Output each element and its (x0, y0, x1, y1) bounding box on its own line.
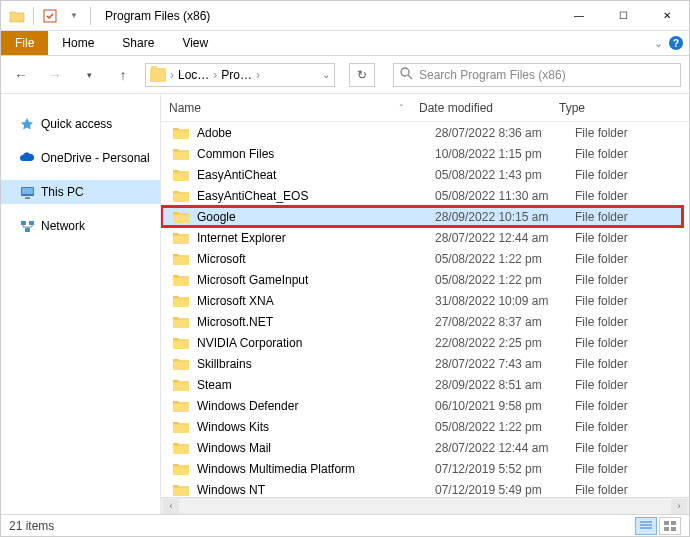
cell-type: File folder (575, 336, 689, 350)
view-switcher (635, 517, 681, 535)
cell-type: File folder (575, 441, 689, 455)
cell-name: NVIDIA Corporation (197, 336, 435, 350)
sort-caret-icon: ⌃ (398, 103, 405, 112)
column-header-date[interactable]: Date modified (419, 101, 559, 115)
table-row[interactable]: Windows Mail28/07/2022 12:44 amFile fold… (161, 437, 689, 458)
folder-icon (173, 462, 189, 476)
up-button[interactable]: ↑ (111, 63, 135, 87)
table-row[interactable]: Microsoft XNA31/08/2022 10:09 amFile fol… (161, 290, 689, 311)
table-row[interactable]: Steam28/09/2022 8:51 amFile folder (161, 374, 689, 395)
cell-date: 06/10/2021 9:58 pm (435, 399, 575, 413)
search-input[interactable] (419, 68, 674, 82)
table-row[interactable]: EasyAntiCheat05/08/2022 1:43 pmFile fold… (161, 164, 689, 185)
table-row[interactable]: Windows NT07/12/2019 5:49 pmFile folder (161, 479, 689, 497)
ribbon-tab-file[interactable]: File (1, 31, 48, 55)
table-row[interactable]: NVIDIA Corporation22/08/2022 2:25 pmFile… (161, 332, 689, 353)
table-row[interactable]: Windows Multimedia Platform07/12/2019 5:… (161, 458, 689, 479)
address-dropdown-icon[interactable]: ⌄ (322, 69, 330, 80)
folder-icon (173, 294, 189, 308)
table-row[interactable]: Microsoft.NET27/08/2022 8:37 amFile fold… (161, 311, 689, 332)
table-row[interactable]: Common Files10/08/2022 1:15 pmFile folde… (161, 143, 689, 164)
ribbon: File Home Share View ⌄ ? (1, 31, 689, 56)
nav-network[interactable]: Network (1, 214, 160, 238)
nav-quick-access[interactable]: Quick access (1, 112, 160, 136)
folder-icon (173, 273, 189, 287)
cell-type: File folder (575, 399, 689, 413)
cell-name: Windows Multimedia Platform (197, 462, 435, 476)
nav-label: Quick access (41, 117, 112, 131)
column-headers: Name ⌃ Date modified Type (161, 94, 689, 122)
folder-icon (173, 210, 189, 224)
horizontal-scrollbar[interactable]: ‹ › (161, 497, 689, 514)
forward-button[interactable]: → (43, 63, 67, 87)
cell-name: Microsoft (197, 252, 435, 266)
minimize-button[interactable]: — (557, 1, 601, 31)
table-row[interactable]: Skillbrains28/07/2022 7:43 amFile folder (161, 353, 689, 374)
table-row[interactable]: Google28/09/2022 10:15 amFile folder (161, 206, 683, 227)
file-list[interactable]: Adobe28/07/2022 8:36 amFile folderCommon… (161, 122, 689, 497)
table-row[interactable]: Internet Explorer28/07/2022 12:44 amFile… (161, 227, 689, 248)
folder-icon (173, 378, 189, 392)
nav-label: This PC (41, 185, 84, 199)
table-row[interactable]: Windows Kits05/08/2022 1:22 pmFile folde… (161, 416, 689, 437)
window-buttons: — ☐ ✕ (557, 1, 689, 31)
ribbon-tab-home[interactable]: Home (48, 31, 108, 55)
column-header-name[interactable]: Name ⌃ (169, 101, 419, 115)
network-icon (19, 218, 35, 234)
cell-name: Internet Explorer (197, 231, 435, 245)
breadcrumb-segment[interactable]: Pro… (221, 68, 252, 82)
cell-date: 28/07/2022 7:43 am (435, 357, 575, 371)
nav-label: Network (41, 219, 85, 233)
details-view-button[interactable] (635, 517, 657, 535)
navigation-bar: ← → ▾ ↑ › Loc… › Pro… › ⌄ ↻ (1, 56, 689, 94)
cell-date: 28/09/2022 10:15 am (435, 210, 575, 224)
cell-name: Common Files (197, 147, 435, 161)
folder-icon (150, 68, 166, 82)
svg-rect-7 (29, 221, 34, 225)
qat-divider-2 (90, 7, 91, 25)
svg-point-1 (401, 68, 409, 76)
navigation-pane: Quick access OneDrive - Personal This PC… (1, 94, 161, 514)
scroll-right-button[interactable]: › (671, 499, 687, 514)
address-bar[interactable]: › Loc… › Pro… › ⌄ (145, 63, 335, 87)
cell-name: Adobe (197, 126, 435, 140)
back-button[interactable]: ← (9, 63, 33, 87)
close-button[interactable]: ✕ (645, 1, 689, 31)
cell-name: Windows NT (197, 483, 435, 497)
refresh-button[interactable]: ↻ (349, 63, 375, 87)
table-row[interactable]: Adobe28/07/2022 8:36 amFile folder (161, 122, 689, 143)
table-row[interactable]: Microsoft GameInput05/08/2022 1:22 pmFil… (161, 269, 689, 290)
status-bar: 21 items (1, 514, 689, 536)
maximize-button[interactable]: ☐ (601, 1, 645, 31)
cell-date: 28/07/2022 12:44 am (435, 441, 575, 455)
help-icon[interactable]: ? (669, 36, 683, 50)
svg-rect-14 (664, 527, 669, 531)
folder-icon (173, 399, 189, 413)
cell-date: 05/08/2022 11:30 am (435, 189, 575, 203)
properties-icon[interactable] (42, 8, 58, 24)
folder-icon (173, 168, 189, 182)
column-header-type[interactable]: Type (559, 101, 689, 115)
ribbon-tab-view[interactable]: View (168, 31, 222, 55)
cell-date: 05/08/2022 1:22 pm (435, 273, 575, 287)
ribbon-tab-share[interactable]: Share (108, 31, 168, 55)
qat-dropdown-icon[interactable]: ▼ (66, 8, 82, 24)
cell-type: File folder (575, 189, 689, 203)
ribbon-right: ⌄ ? (654, 31, 689, 55)
recent-locations-button[interactable]: ▾ (77, 63, 101, 87)
folder-icon (173, 336, 189, 350)
cell-type: File folder (575, 357, 689, 371)
nav-onedrive[interactable]: OneDrive - Personal (1, 146, 160, 170)
table-row[interactable]: Windows Defender06/10/2021 9:58 pmFile f… (161, 395, 689, 416)
thumbnails-view-button[interactable] (659, 517, 681, 535)
svg-rect-4 (22, 188, 33, 194)
scroll-left-button[interactable]: ‹ (163, 499, 179, 514)
expand-ribbon-icon[interactable]: ⌄ (654, 37, 663, 50)
cell-name: Steam (197, 378, 435, 392)
nav-this-pc[interactable]: This PC (1, 180, 160, 204)
search-box[interactable] (393, 63, 681, 87)
folder-icon (173, 126, 189, 140)
table-row[interactable]: Microsoft05/08/2022 1:22 pmFile folder (161, 248, 689, 269)
breadcrumb-segment[interactable]: Loc… (178, 68, 209, 82)
table-row[interactable]: EasyAntiCheat_EOS05/08/2022 11:30 amFile… (161, 185, 689, 206)
